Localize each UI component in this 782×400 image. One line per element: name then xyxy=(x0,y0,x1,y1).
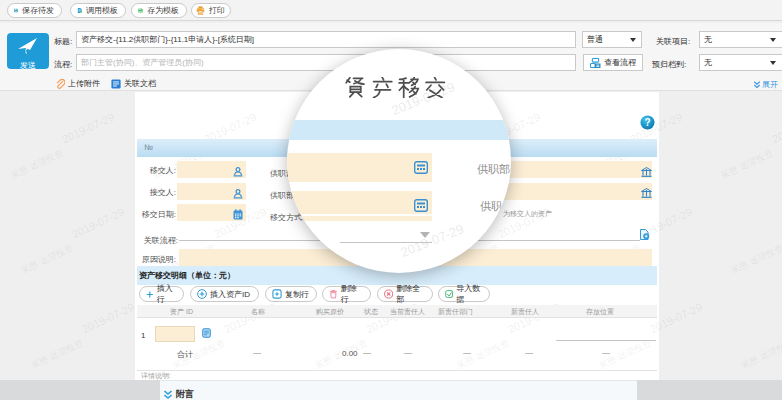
svg-text:?: ? xyxy=(644,117,650,128)
